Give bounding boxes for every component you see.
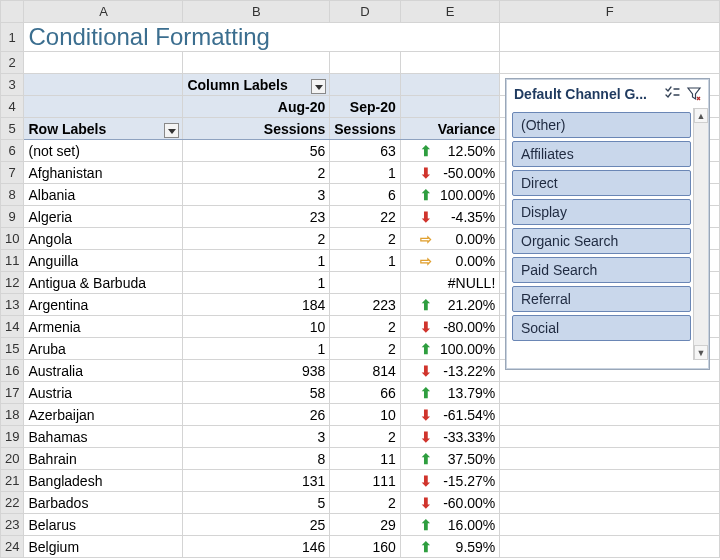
sessions-aug-cell[interactable]: 3	[183, 184, 330, 206]
row-header[interactable]: 21	[1, 470, 24, 492]
col-header-A[interactable]: A	[24, 1, 183, 23]
row-label-cell[interactable]: Azerbaijan	[24, 404, 183, 426]
variance-cell[interactable]: ⬆13.79%	[400, 382, 500, 404]
row-header[interactable]: 4	[1, 96, 24, 118]
row-label-cell[interactable]: Anguilla	[24, 250, 183, 272]
sessions-aug-cell[interactable]: 58	[183, 382, 330, 404]
sessions-aug-cell[interactable]: 3	[183, 426, 330, 448]
row-header[interactable]: 14	[1, 316, 24, 338]
slicer-item[interactable]: Paid Search	[512, 257, 691, 283]
sessions-sep-cell[interactable]: 1	[330, 162, 400, 184]
cell[interactable]	[500, 492, 720, 514]
row-label-cell[interactable]: Angola	[24, 228, 183, 250]
col-header-D[interactable]: D	[330, 1, 400, 23]
row-header[interactable]: 10	[1, 228, 24, 250]
pivot-blank[interactable]	[24, 74, 183, 96]
sessions-aug-cell[interactable]: 10	[183, 316, 330, 338]
slicer-item[interactable]: Direct	[512, 170, 691, 196]
sessions-aug-cell[interactable]: 146	[183, 536, 330, 558]
row-label-cell[interactable]: Armenia	[24, 316, 183, 338]
slicer-scrollbar[interactable]: ▲ ▼	[693, 108, 708, 360]
variance-cell[interactable]: ⬆21.20%	[400, 294, 500, 316]
sessions-sep-cell[interactable]: 2	[330, 316, 400, 338]
sessions-sep-cell[interactable]: 63	[330, 140, 400, 162]
row-header[interactable]: 3	[1, 74, 24, 96]
row-label-cell[interactable]: Argentina	[24, 294, 183, 316]
pivot-month-sep[interactable]: Sep-20	[330, 96, 400, 118]
sessions-sep-cell[interactable]: 66	[330, 382, 400, 404]
sessions-sep-cell[interactable]: 223	[330, 294, 400, 316]
row-header[interactable]: 23	[1, 514, 24, 536]
slicer-panel[interactable]: Default Channel G... (Other)AffiliatesDi…	[505, 78, 710, 370]
variance-cell[interactable]: ⇨0.00%	[400, 250, 500, 272]
row-header[interactable]: 2	[1, 52, 24, 74]
slicer-item[interactable]: (Other)	[512, 112, 691, 138]
row-label-cell[interactable]: Australia	[24, 360, 183, 382]
sessions-aug-cell[interactable]: 26	[183, 404, 330, 426]
cell[interactable]	[500, 536, 720, 558]
sessions-sep-cell[interactable]	[330, 272, 400, 294]
variance-cell[interactable]: ⇨0.00%	[400, 228, 500, 250]
slicer-item[interactable]: Affiliates	[512, 141, 691, 167]
pivot-sub-sessions-sep[interactable]: Sessions	[330, 118, 400, 140]
variance-cell[interactable]: ⬇-15.27%	[400, 470, 500, 492]
sessions-sep-cell[interactable]: 10	[330, 404, 400, 426]
sessions-sep-cell[interactable]: 11	[330, 448, 400, 470]
sessions-sep-cell[interactable]: 814	[330, 360, 400, 382]
row-label-cell[interactable]: (not set)	[24, 140, 183, 162]
row-label-cell[interactable]: Austria	[24, 382, 183, 404]
row-header[interactable]: 24	[1, 536, 24, 558]
row-label-cell[interactable]: Bahamas	[24, 426, 183, 448]
variance-cell[interactable]: ⬇-60.00%	[400, 492, 500, 514]
variance-cell[interactable]: ⬇-80.00%	[400, 316, 500, 338]
sessions-sep-cell[interactable]: 6	[330, 184, 400, 206]
sessions-sep-cell[interactable]: 2	[330, 492, 400, 514]
row-header[interactable]: 19	[1, 426, 24, 448]
row-header[interactable]: 16	[1, 360, 24, 382]
variance-cell[interactable]: ⬆37.50%	[400, 448, 500, 470]
cell[interactable]	[500, 23, 720, 52]
variance-cell[interactable]: ⬇-33.33%	[400, 426, 500, 448]
cell[interactable]	[500, 514, 720, 536]
row-label-cell[interactable]: Belarus	[24, 514, 183, 536]
sessions-aug-cell[interactable]: 184	[183, 294, 330, 316]
row-label-cell[interactable]: Aruba	[24, 338, 183, 360]
sessions-aug-cell[interactable]: 56	[183, 140, 330, 162]
variance-cell[interactable]: ⬆12.50%	[400, 140, 500, 162]
sessions-aug-cell[interactable]: 25	[183, 514, 330, 536]
cell[interactable]	[500, 448, 720, 470]
sessions-aug-cell[interactable]: 23	[183, 206, 330, 228]
variance-cell[interactable]: ⬇-50.00%	[400, 162, 500, 184]
row-header[interactable]: 1	[1, 23, 24, 52]
row-label-cell[interactable]: Barbados	[24, 492, 183, 514]
variance-cell[interactable]: ⬆9.59%	[400, 536, 500, 558]
row-labels-filter-icon[interactable]	[164, 123, 179, 138]
row-header[interactable]: 9	[1, 206, 24, 228]
row-header[interactable]: 11	[1, 250, 24, 272]
slicer-item[interactable]: Organic Search	[512, 228, 691, 254]
variance-cell[interactable]: #NULL!	[400, 272, 500, 294]
col-header-F[interactable]: F	[500, 1, 720, 23]
row-header[interactable]: 7	[1, 162, 24, 184]
row-label-cell[interactable]: Algeria	[24, 206, 183, 228]
row-label-cell[interactable]: Bahrain	[24, 448, 183, 470]
variance-cell[interactable]: ⬇-61.54%	[400, 404, 500, 426]
row-header[interactable]: 15	[1, 338, 24, 360]
cell[interactable]	[500, 382, 720, 404]
row-label-cell[interactable]: Bangladesh	[24, 470, 183, 492]
row-header[interactable]: 20	[1, 448, 24, 470]
sessions-aug-cell[interactable]: 1	[183, 250, 330, 272]
row-header[interactable]: 22	[1, 492, 24, 514]
row-header[interactable]: 18	[1, 404, 24, 426]
sessions-aug-cell[interactable]: 1	[183, 272, 330, 294]
column-labels-filter-icon[interactable]	[311, 79, 326, 94]
cell[interactable]	[500, 426, 720, 448]
scroll-down-icon[interactable]: ▼	[694, 345, 708, 360]
sessions-sep-cell[interactable]: 2	[330, 228, 400, 250]
variance-cell[interactable]: ⬇-13.22%	[400, 360, 500, 382]
variance-cell[interactable]: ⬇-4.35%	[400, 206, 500, 228]
sessions-sep-cell[interactable]: 29	[330, 514, 400, 536]
sessions-aug-cell[interactable]: 8	[183, 448, 330, 470]
row-label-cell[interactable]: Antigua & Barbuda	[24, 272, 183, 294]
sessions-aug-cell[interactable]: 131	[183, 470, 330, 492]
